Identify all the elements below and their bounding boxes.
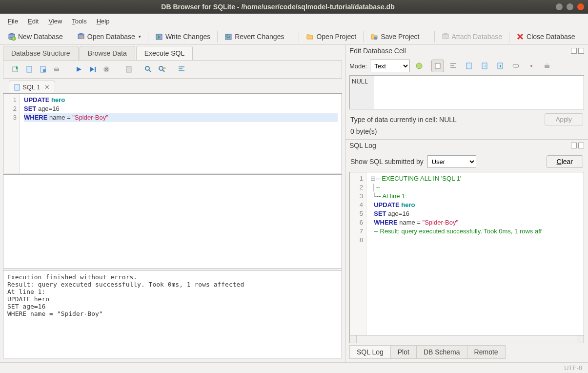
tab-database-structure[interactable]: Database Structure xyxy=(3,46,79,60)
find-icon[interactable] xyxy=(142,63,155,75)
dropdown-arrow-icon[interactable]: ▾ xyxy=(139,34,141,39)
svg-rect-9 xyxy=(374,37,377,40)
panel-float-icon[interactable] xyxy=(571,48,577,54)
log-gutter: 12345678 xyxy=(350,172,366,335)
svg-point-21 xyxy=(145,66,149,70)
tab-db-schema[interactable]: DB Schema xyxy=(416,345,467,359)
log-code: ⊟-- EXECUTING ALL IN 'SQL 1' │-- └-- At … xyxy=(366,172,584,335)
menu-view[interactable]: View xyxy=(44,16,66,27)
open-project-icon xyxy=(306,33,314,41)
main-toolbar: + New Database Open Database ▾ Write Cha… xyxy=(0,29,588,45)
format-icon[interactable] xyxy=(175,63,188,75)
save-results-icon[interactable] xyxy=(122,63,135,75)
menu-edit[interactable]: Edit xyxy=(24,16,42,27)
close-db-label: Close Database xyxy=(527,33,575,41)
cell-indent-icon[interactable] xyxy=(447,60,460,72)
write-changes-icon xyxy=(155,33,163,41)
panel-float-icon[interactable] xyxy=(571,143,577,148)
sql-tab-strip: SQL 1 ✕ xyxy=(3,79,342,93)
scroll-left-icon[interactable] xyxy=(350,335,357,343)
svg-rect-20 xyxy=(126,66,131,72)
scroll-right-icon[interactable] xyxy=(577,335,584,343)
svg-point-22 xyxy=(159,66,163,70)
close-window-icon[interactable] xyxy=(577,3,584,10)
sql-tab-1[interactable]: SQL 1 ✕ xyxy=(9,81,55,93)
cell-type-info: Type of data currently in cell: NULL xyxy=(350,116,457,124)
svg-rect-17 xyxy=(55,67,58,69)
print-icon[interactable] xyxy=(50,63,63,75)
close-tab-icon[interactable]: ✕ xyxy=(44,83,50,91)
write-changes-button[interactable]: Write Changes xyxy=(151,30,214,43)
svg-rect-15 xyxy=(43,69,46,72)
svg-rect-13 xyxy=(27,66,32,72)
revert-changes-label: Revert Changes xyxy=(235,33,284,41)
attach-db-icon xyxy=(442,33,449,41)
mode-label: Mode: xyxy=(349,62,367,70)
panel-close-icon[interactable] xyxy=(578,48,584,54)
open-project-label: Open Project xyxy=(316,33,356,41)
new-database-button[interactable]: + New Database xyxy=(4,30,67,43)
cell-import-icon[interactable] xyxy=(463,60,475,72)
cell-export-icon[interactable] xyxy=(478,60,491,72)
write-changes-label: Write Changes xyxy=(165,33,210,41)
submitter-select[interactable]: User xyxy=(427,155,476,168)
svg-point-25 xyxy=(416,63,422,69)
svg-rect-26 xyxy=(435,63,440,68)
new-tab-icon[interactable] xyxy=(9,63,22,75)
apply-button[interactable]: Apply xyxy=(545,113,583,125)
menu-tools[interactable]: Tools xyxy=(68,16,90,27)
tab-plot[interactable]: Plot xyxy=(390,345,417,359)
stop-icon[interactable] xyxy=(100,63,113,75)
cell-print-icon[interactable] xyxy=(541,60,553,72)
new-db-icon: + xyxy=(8,33,16,41)
clear-button[interactable]: Clear xyxy=(547,155,583,168)
cell-null-icon[interactable] xyxy=(494,60,507,72)
svg-rect-24 xyxy=(15,84,20,90)
cell-config-icon[interactable] xyxy=(413,60,426,72)
revert-changes-button[interactable]: Revert Changes xyxy=(221,30,288,43)
open-db-label: Open Database xyxy=(87,33,135,41)
svg-text:a: a xyxy=(163,65,166,70)
cell-content[interactable] xyxy=(374,76,584,109)
find-replace-icon[interactable]: a xyxy=(156,63,168,75)
tab-execute-sql[interactable]: Execute SQL xyxy=(136,46,193,60)
execute-line-icon[interactable] xyxy=(86,63,99,75)
output-log[interactable]: Execution finished without errors. Resul… xyxy=(3,270,342,358)
tab-remote[interactable]: Remote xyxy=(467,345,506,359)
attach-db-label: Attach Database xyxy=(452,33,503,41)
panel-close-icon[interactable] xyxy=(578,143,584,148)
cell-text-mode-icon[interactable] xyxy=(431,60,444,72)
sql-log-panel: SQL Log Show SQL submitted by User Clear… xyxy=(345,140,588,362)
sql-code[interactable]: UPDATE hero SET age=16 WHERE name = "Spi… xyxy=(20,94,342,173)
results-grid[interactable] xyxy=(3,174,342,269)
edit-cell-panel: Edit Database Cell Mode: Text N xyxy=(345,45,588,140)
cell-value-view[interactable]: NULL xyxy=(349,75,584,109)
menu-help[interactable]: Help xyxy=(93,16,114,27)
open-database-button[interactable]: Open Database ▾ xyxy=(73,30,145,43)
save-sql-icon[interactable] xyxy=(37,63,49,75)
bottom-tabs: SQL Log Plot DB Schema Remote xyxy=(345,343,588,362)
menu-file[interactable]: File xyxy=(4,16,22,27)
tab-browse-data[interactable]: Browse Data xyxy=(80,46,135,60)
execute-all-icon[interactable] xyxy=(73,63,85,75)
cell-link-icon[interactable] xyxy=(509,60,522,72)
sql-log-editor[interactable]: 12345678 ⊟-- EXECUTING ALL IN 'SQL 1' │-… xyxy=(349,172,584,335)
close-database-button[interactable]: Close Database xyxy=(512,30,579,43)
sql-editor[interactable]: 123 UPDATE hero SET age=16 WHERE name = … xyxy=(3,93,342,173)
cell-dot-icon[interactable] xyxy=(525,60,538,72)
open-project-button[interactable]: Open Project xyxy=(302,30,360,43)
mode-select[interactable]: Text xyxy=(370,60,410,72)
minimize-icon[interactable] xyxy=(556,3,563,10)
log-horizontal-scrollbar[interactable] xyxy=(349,335,584,343)
svg-rect-33 xyxy=(546,63,548,65)
svg-rect-18 xyxy=(95,67,96,72)
save-project-button[interactable]: Save Project xyxy=(366,30,423,43)
maximize-icon[interactable] xyxy=(567,3,573,10)
svg-rect-30 xyxy=(513,64,519,67)
sql-tab-label: SQL 1 xyxy=(22,83,40,91)
svg-rect-27 xyxy=(466,63,471,69)
tab-sql-log[interactable]: SQL Log xyxy=(349,345,391,359)
svg-rect-11 xyxy=(443,35,448,39)
open-sql-icon[interactable] xyxy=(23,63,36,75)
open-db-icon xyxy=(77,33,85,41)
